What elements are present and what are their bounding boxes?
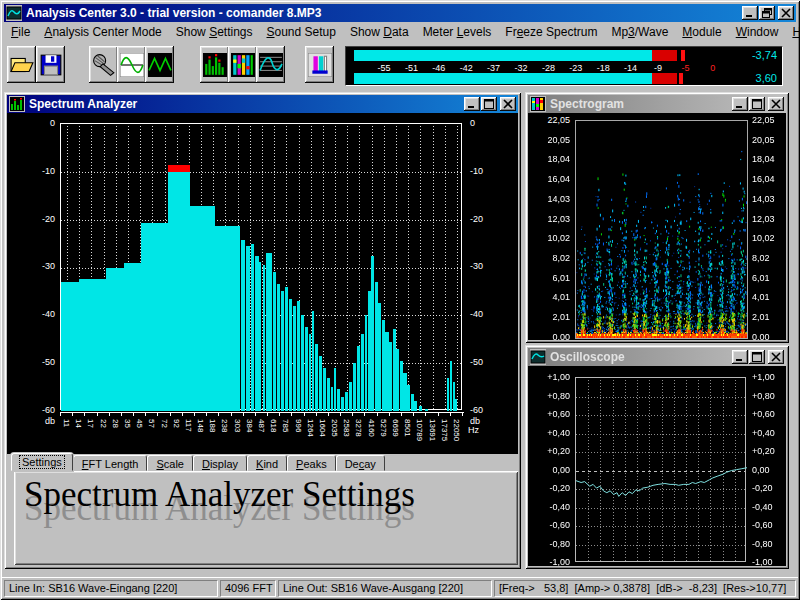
oscilloscope-y-label-left: -0,20	[532, 483, 570, 493]
toolbar-button-spectrum-view[interactable]	[200, 46, 229, 83]
x-axis-label: 303	[232, 419, 242, 454]
toolbar-button-waveform-view[interactable]	[145, 46, 174, 83]
y-axis-label-left: -60	[21, 405, 55, 415]
spectrogram-y-label-left: 0,00	[532, 332, 570, 340]
meter-scale-label: -46	[432, 63, 445, 73]
meter-bar-left-channel	[354, 50, 713, 61]
toolbar-button-open-file[interactable]	[7, 46, 36, 83]
oscilloscope-y-label-right: -1,00	[752, 557, 786, 566]
menu-item-file[interactable]: File	[4, 23, 37, 42]
oscilloscope-close-button[interactable]	[768, 350, 784, 364]
oscilloscope-y-label-left: -0,60	[532, 520, 570, 530]
y-axis-label-left: -20	[21, 214, 55, 224]
y-axis-label-right: -10	[470, 166, 500, 176]
smooth-wave-icon	[259, 53, 283, 77]
menu-item-hilfe[interactable]: Hilfe	[785, 23, 800, 42]
toolbar-button-spectrogram-view[interactable]	[228, 46, 257, 83]
grid-line-h	[61, 172, 461, 173]
tab-fft-length[interactable]: FFT Length	[73, 455, 148, 471]
y-axis-label-left: -50	[21, 357, 55, 367]
grid-line-v	[408, 124, 409, 409]
spectrum-title-bar[interactable]: Spectrum Analyzer	[7, 95, 518, 113]
oscilloscope-minimize-button[interactable]	[732, 350, 748, 364]
toolbar-button-save-file[interactable]	[36, 46, 65, 83]
spectrogram-y-label-right: 2,01	[752, 312, 786, 322]
oscilloscope-title-bar[interactable]: Oscilloscope	[528, 348, 786, 366]
oscilloscope-y-label-right: +1,00	[752, 372, 786, 382]
x-axis-label: 5279	[378, 419, 388, 454]
spectrogram-y-label-left: 16,04	[532, 174, 570, 184]
meter-bar-right-channel	[354, 73, 713, 84]
toolbar-button-wave-view[interactable]	[117, 46, 146, 83]
spectrogram-y-label-right: 10,02	[752, 233, 786, 243]
tab-decay[interactable]: Decay	[336, 455, 385, 471]
restore-button[interactable]	[759, 6, 775, 20]
minimize-button[interactable]	[742, 6, 758, 20]
spectrogram-y-label-left: 10,02	[532, 233, 570, 243]
close-button[interactable]	[778, 6, 794, 20]
y-axis-label-right: 0	[470, 118, 500, 128]
menu-item-window[interactable]: Window	[729, 23, 786, 42]
menu-item-show-settings[interactable]: Show Settings	[169, 23, 260, 42]
toolbar-button-smoothed-wave-view[interactable]	[256, 46, 285, 83]
spectrogram-maximize-button[interactable]	[749, 97, 765, 111]
spectrum-maximize-button[interactable]	[481, 97, 497, 111]
oscilloscope-y-label-left: +1,00	[532, 372, 570, 382]
app-title-bar[interactable]: Analysis Center 3.0 - trial version - co…	[4, 4, 796, 22]
tab-peaks[interactable]: Peaks	[287, 455, 336, 471]
spectrogram-y-label-right: 0,00	[752, 332, 786, 340]
spectrum-bar	[334, 368, 336, 411]
toolbar-button-record-microphone[interactable]	[89, 46, 118, 83]
spectrogram-title-bar[interactable]: Spectrogram	[528, 95, 786, 113]
x-axis-label: 148	[195, 419, 205, 454]
menu-item-analysis-center-mode[interactable]: Analysis Center Mode	[37, 23, 168, 42]
meter-scale-label: -51	[405, 63, 418, 73]
spectrogram-icon	[231, 53, 255, 77]
oscilloscope-y-label-left: +0,20	[532, 446, 570, 456]
tab-settings[interactable]: Settings	[11, 453, 73, 471]
x-axis-label: 1604	[317, 419, 327, 454]
tab-display[interactable]: Display	[193, 455, 247, 471]
x-axis-unit: Hz	[468, 425, 498, 435]
x-axis-label: 3278	[353, 419, 363, 454]
oscilloscope-y-label-right: -0,80	[752, 539, 786, 549]
status-cursor-readout: [Freq-> 53,8] [Amp-> 0,3878] [dB-> -8,23…	[494, 580, 796, 597]
meter-scale-label: -23	[569, 63, 582, 73]
spectrogram-y-label-left: 12,03	[532, 214, 570, 224]
settings-heading: Spectrum Analyzer Settings	[24, 475, 415, 515]
tab-scale[interactable]: Scale	[147, 455, 193, 471]
meter-scale-label: -9	[654, 63, 662, 73]
menu-item-meter-levels[interactable]: Meter Levels	[416, 23, 499, 42]
oscilloscope-plot	[575, 377, 746, 562]
oscilloscope-chart-area: +1,00+1,00+0,80+0,80+0,60+0,60+0,40+0,40…	[528, 366, 786, 566]
spectrogram-minimize-button[interactable]	[732, 97, 748, 111]
oscilloscope-y-label-right: 0,00	[752, 465, 786, 475]
menu-item-sound-setup[interactable]: Sound Setup	[260, 23, 343, 42]
oscilloscope-y-label-left: +0,40	[532, 428, 570, 438]
y-axis-label-right: -60	[470, 405, 500, 415]
peak-hold-marker	[168, 165, 190, 172]
tab-kind[interactable]: Kind	[247, 455, 287, 471]
oscilloscope-y-label-right: +0,20	[752, 446, 786, 456]
spectrogram-y-label-right: 16,04	[752, 174, 786, 184]
spectrogram-y-label-left: 18,04	[532, 154, 570, 164]
oscilloscope-window-icon	[530, 349, 546, 365]
oscilloscope-y-label-left: 0,00	[532, 465, 570, 475]
menu-item-module[interactable]: Module	[675, 23, 728, 42]
meter-scale-label: -37	[487, 63, 500, 73]
spectrum-bar	[190, 206, 215, 411]
menu-item-show-data[interactable]: Show Data	[343, 23, 416, 42]
meter-scale-label: -32	[514, 63, 527, 73]
spectrum-close-button[interactable]	[500, 97, 516, 111]
menu-item-freeze-spectrum[interactable]: Freeze Spectrum	[498, 23, 604, 42]
menu-item-mp3-wave[interactable]: Mp3/Wave	[604, 23, 675, 42]
sine-wave-icon	[120, 53, 144, 77]
spectrogram-y-label-right: 14,03	[752, 194, 786, 204]
spectrum-minimize-button[interactable]	[464, 97, 480, 111]
oscilloscope-y-label-right: +0,80	[752, 391, 786, 401]
toolbar-button-level-meter-view[interactable]	[305, 46, 334, 83]
x-axis-label: 487	[256, 419, 266, 454]
spectrogram-y-label-right: 12,03	[752, 214, 786, 224]
oscilloscope-maximize-button[interactable]	[749, 350, 765, 364]
spectrogram-close-button[interactable]	[768, 97, 784, 111]
